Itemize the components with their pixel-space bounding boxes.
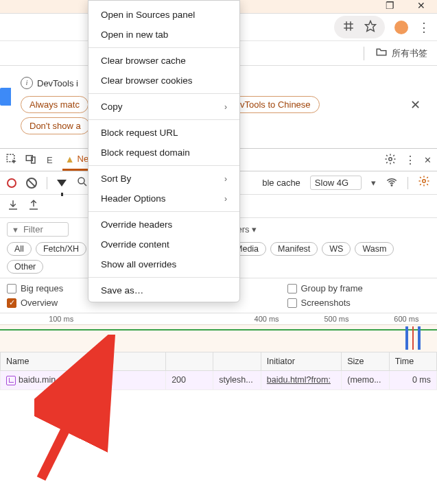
export-har-icon[interactable] [7, 199, 19, 213]
network-settings-icon[interactable] [418, 175, 430, 191]
ctx-block-domain[interactable]: Block request domain [88, 143, 239, 163]
info-icon: i [21, 77, 33, 89]
chip-ws[interactable]: WS [322, 242, 351, 256]
chevron-right-icon: › [224, 194, 227, 204]
search-icon[interactable] [76, 176, 88, 190]
svg-point-4 [389, 157, 392, 160]
warning-icon: ▲ [65, 154, 75, 165]
profile-avatar-icon[interactable] [394, 21, 408, 34]
ctx-separator [88, 93, 239, 94]
chip-manifest[interactable]: Manifest [270, 242, 318, 256]
dropdown-caret-icon[interactable]: ▾ [371, 178, 376, 188]
tick-400ms: 400 ms [255, 315, 279, 323]
dont-show-again-button[interactable]: Don't show a [21, 117, 90, 134]
import-har-icon[interactable] [27, 199, 40, 213]
col-header-initiator[interactable]: Initiator [261, 352, 341, 371]
timeline-marker [418, 326, 421, 350]
ctx-block-url[interactable]: Block request URL [88, 123, 239, 143]
prompt-text: DevTools i [37, 78, 78, 88]
clear-icon[interactable] [26, 178, 37, 189]
funnel-icon: ▼ [12, 226, 19, 234]
table-row[interactable]: baidu.min.c 200 stylesh... baidu.html?fr… [1, 371, 437, 390]
chip-fetch-xhr[interactable]: Fetch/XH [36, 242, 86, 256]
ctx-show-overrides[interactable]: Show all overrides [88, 254, 239, 274]
inspect-element-icon[interactable] [5, 153, 18, 167]
chevron-right-icon: › [224, 102, 227, 112]
ctx-separator [88, 119, 239, 120]
ctx-open-in-sources[interactable]: Open in Sources panel [88, 5, 239, 25]
devtools-settings-icon[interactable] [384, 153, 397, 167]
ctx-separator [88, 165, 239, 166]
context-menu: Open in Sources panel Open in new tab Cl… [88, 0, 240, 302]
ctx-separator [88, 277, 239, 278]
ctx-override-content[interactable]: Override content [88, 235, 239, 254]
timeline-marker [412, 326, 414, 350]
screenshots-checkbox[interactable]: Screenshots [287, 296, 431, 310]
toolbar-pill [334, 16, 385, 38]
side-widget-icon[interactable] [0, 88, 11, 106]
screenshots-label: Screenshots [301, 298, 351, 308]
throttle-select[interactable]: Slow 4G [310, 176, 362, 190]
cell-status: 200 [166, 371, 213, 390]
ctx-save-as[interactable]: Save as… [88, 280, 239, 300]
bookmark-star-icon[interactable] [364, 20, 377, 34]
tick-600ms: 600 ms [394, 315, 418, 323]
ctx-open-in-new-tab[interactable]: Open in new tab [88, 25, 239, 45]
devtools-more-icon[interactable]: ⋮ [405, 154, 416, 167]
timeline-body [0, 324, 437, 352]
devtools-close-icon[interactable]: ✕ [424, 155, 432, 165]
checkbox-icon [7, 284, 16, 293]
col-header-name[interactable]: Name [1, 352, 166, 371]
record-icon[interactable] [7, 178, 16, 188]
ctx-header-options-submenu[interactable]: Header Options› [88, 189, 239, 208]
tab-elements[interactable]: E [44, 149, 56, 171]
ctx-separator [88, 47, 239, 48]
device-toggle-icon[interactable] [25, 153, 37, 167]
network-conditions-icon[interactable] [386, 176, 398, 190]
chip-wasm[interactable]: Wasm [355, 242, 394, 256]
always-match-button[interactable]: Always matc [21, 96, 88, 113]
ctx-copy-submenu[interactable]: Copy› [88, 97, 239, 117]
network-timeline[interactable]: 100 ms 400 ms 500 ms 600 ms [0, 313, 437, 352]
timeline-ticks: 100 ms 400 ms 500 ms 600 ms [0, 313, 437, 324]
cell-time: 0 ms [389, 371, 436, 390]
chip-all[interactable]: All [7, 242, 32, 256]
ctx-sort-by-submenu[interactable]: Sort By› [88, 169, 239, 189]
network-requests-table: Name Initiator Size Time baidu.min.c 200… [0, 352, 437, 504]
cell-name: baidu.min.c [1, 371, 166, 390]
initiator-link[interactable]: baidu.html?from: [267, 375, 331, 385]
chevron-right-icon: › [224, 174, 227, 184]
switch-chinese-button[interactable]: vTools to Chinese [231, 96, 320, 113]
filter-placeholder: Filter [23, 224, 43, 235]
chip-other[interactable]: Other [7, 260, 43, 274]
ctx-separator [88, 211, 239, 212]
table-row[interactable] [1, 389, 437, 504]
filter-input[interactable]: ▼ Filter [7, 222, 69, 237]
ctx-clear-cookies[interactable]: Clear browser cookies [88, 71, 239, 91]
col-header-size[interactable]: Size [342, 352, 390, 371]
timeline-band [0, 329, 437, 331]
cell-type: stylesh... [213, 371, 261, 390]
close-prompt-icon[interactable]: ✕ [410, 97, 421, 112]
tick-100ms: 100 ms [49, 315, 73, 323]
divider [364, 47, 364, 60]
col-header-time[interactable]: Time [389, 352, 436, 371]
tick-500ms: 500 ms [324, 315, 349, 323]
window-restore-button[interactable]: ❐ [374, 0, 405, 14]
col-header-type[interactable] [213, 352, 261, 371]
extensions-icon[interactable] [342, 20, 355, 34]
window-close-button[interactable]: ✕ [405, 0, 437, 14]
checkbox-checked-icon: ✓ [7, 298, 16, 308]
browser-menu-icon[interactable]: ⋮ [418, 20, 430, 35]
filter-toggle-icon[interactable] [57, 180, 67, 187]
window-controls: ❐ ✕ [374, 0, 437, 14]
divider [408, 177, 408, 189]
ctx-override-headers[interactable]: Override headers [88, 215, 239, 235]
checkbox-icon [287, 298, 297, 308]
col-header-status[interactable] [166, 352, 213, 371]
group-by-frame-checkbox[interactable]: Group by frame [287, 281, 431, 296]
cell-size: (memo... [342, 371, 390, 390]
svg-marker-0 [366, 21, 376, 32]
all-bookmarks-link[interactable]: 所有书签 [392, 47, 427, 60]
ctx-clear-cache[interactable]: Clear browser cache [88, 51, 239, 71]
